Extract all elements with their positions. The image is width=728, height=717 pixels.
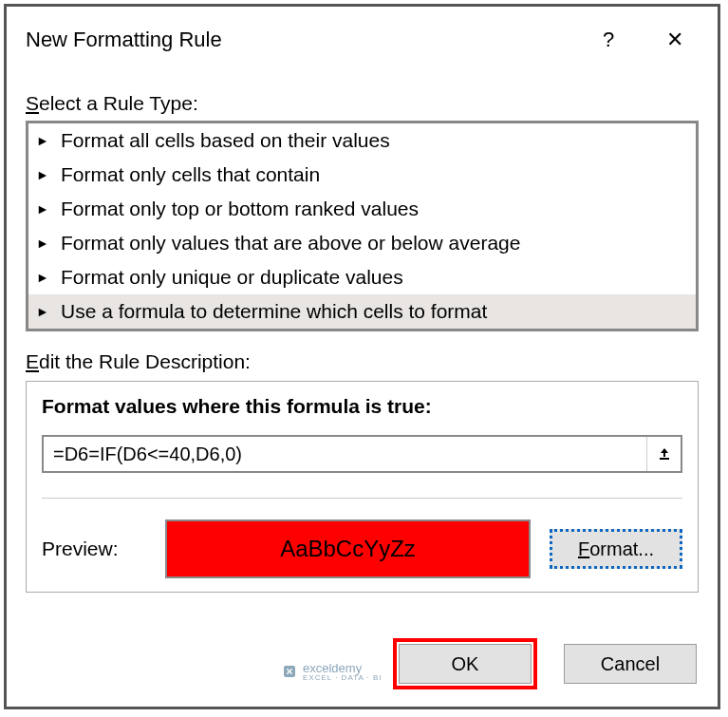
rule-type-item-label: Format only top or bottom ranked values (61, 198, 419, 220)
rule-type-item-label: Format all cells based on their values (61, 129, 390, 152)
svg-rect-0 (660, 458, 669, 460)
bullet-icon: ► (36, 304, 53, 319)
dialog-title: New Formatting Rule (26, 28, 566, 52)
rule-type-list[interactable]: ►Format all cells based on their values … (26, 121, 699, 331)
rule-type-item-label: Format only unique or duplicate values (61, 266, 403, 289)
rule-type-item-label: Format only cells that contain (61, 163, 320, 186)
formula-row (42, 435, 682, 473)
titlebar: New Formatting Rule ? ✕ (7, 7, 718, 64)
format-button[interactable]: Format... (550, 529, 682, 569)
rule-type-item[interactable]: ►Format only cells that contain (28, 158, 696, 192)
dialog-content: Select a Rule Type: ►Format all cells ba… (7, 64, 718, 612)
bullet-icon: ► (36, 236, 53, 251)
ok-button[interactable]: OK (399, 644, 532, 684)
preview-label: Preview: (42, 538, 146, 560)
ok-highlight: OK (393, 638, 537, 689)
rule-type-item[interactable]: ►Format only unique or duplicate values (28, 260, 696, 294)
cancel-button[interactable]: Cancel (564, 644, 697, 684)
watermark-tagline: EXCEL · DATA · BI (303, 673, 383, 682)
rule-type-item[interactable]: ►Format all cells based on their values (28, 123, 696, 158)
divider (42, 498, 682, 499)
range-selector-icon (657, 446, 672, 462)
rule-type-item[interactable]: ►Format only values that are above or be… (28, 226, 696, 260)
watermark-icon (282, 664, 297, 679)
new-formatting-rule-dialog: New Formatting Rule ? ✕ Select a Rule Ty… (4, 4, 720, 709)
bullet-icon: ► (36, 167, 53, 182)
formula-label: Format values where this formula is true… (42, 395, 682, 418)
formula-input[interactable] (44, 437, 646, 471)
rule-type-item-label: Format only values that are above or bel… (61, 232, 520, 255)
bullet-icon: ► (36, 270, 53, 285)
rule-type-item-label: Use a formula to determine which cells t… (61, 300, 487, 323)
help-button[interactable]: ? (585, 21, 632, 59)
preview-sample-text: AaBbCcYyZz (280, 536, 416, 562)
preview-swatch: AaBbCcYyZz (165, 519, 531, 578)
preview-row: Preview: AaBbCcYyZz Format... (42, 519, 682, 578)
rule-type-label: Select a Rule Type: (26, 92, 699, 115)
bullet-icon: ► (36, 201, 53, 217)
rule-description-box: Format values where this formula is true… (26, 381, 699, 593)
rule-type-item[interactable]: ►Use a formula to determine which cells … (28, 294, 696, 329)
watermark: exceldemy EXCEL · DATA · BI (282, 661, 383, 682)
rule-description-label: Edit the Rule Description: (26, 350, 699, 373)
bullet-icon: ► (36, 133, 53, 148)
dialog-buttons: OK Cancel (393, 638, 697, 689)
rule-type-item[interactable]: ►Format only top or bottom ranked values (28, 192, 696, 226)
collapse-dialog-button[interactable] (646, 437, 681, 471)
close-button[interactable]: ✕ (651, 21, 699, 59)
